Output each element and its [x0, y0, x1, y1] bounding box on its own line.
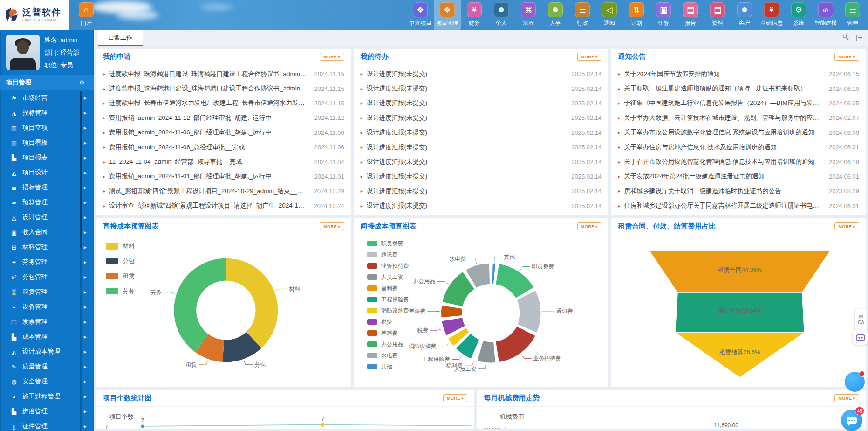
- list-item[interactable]: ▸测试_彭祖新城"四馆"景观工程设计项目_2024-10-29_admin_结束…: [103, 184, 344, 198]
- list-item[interactable]: ▸设计进度汇报(未提交)2025.02.14: [361, 199, 602, 213]
- list-item[interactable]: ▸费用报销_admin_2024-11-12_部门经理审批_胡建,_运行中202…: [103, 111, 344, 125]
- more-button[interactable]: MORE▸: [320, 222, 344, 230]
- top-nav-plans[interactable]: ⇅计划: [623, 0, 650, 30]
- list-item[interactable]: ▸关于领取一级注册建造师增项贴的通知（须持一建证书前来领取）2024.06.10: [618, 81, 859, 96]
- more-button[interactable]: MORE▸: [834, 222, 859, 230]
- more-button[interactable]: MORE▸: [320, 53, 344, 61]
- list-item[interactable]: ▸设计进度汇报(未提交)2025.02.14: [361, 184, 602, 198]
- legend-item[interactable]: 人员工资: [367, 271, 409, 283]
- more-button[interactable]: MORE▸: [834, 394, 859, 402]
- top-nav-label: 门户: [81, 19, 92, 27]
- list-item[interactable]: ▸费用报销_admin_2024-11-06_总经理审批__完成2024.11.…: [103, 140, 344, 154]
- list-item[interactable]: ▸设计进度汇报(未提交)2025.02.14: [361, 111, 602, 125]
- list-item[interactable]: ▸设计进度汇报(未提交)2025.02.14: [361, 81, 602, 96]
- list-item[interactable]: ▸11_2024-11-04_admin_经营部_领导审批__完成2024.11…: [103, 154, 344, 169]
- legend-item[interactable]: 分包: [106, 254, 135, 269]
- legend-item[interactable]: 职员餐费: [367, 238, 409, 249]
- data-point[interactable]: [141, 424, 144, 428]
- ca-side-widget[interactable]: ▤ CA: [854, 309, 868, 330]
- list-item[interactable]: ▸费用报销_admin_2024-11-06_部门经理审批_胡建,_运行中202…: [103, 125, 344, 140]
- top-nav-documents[interactable]: ▤资料: [704, 0, 731, 30]
- list-item[interactable]: ▸关于召开市政公用设施智慧化管理信息 信息技术与应用培训班的通知2024.06.…: [618, 154, 859, 169]
- list-item[interactable]: ▸设计进度汇报(未提交)2025.02.14: [361, 125, 602, 140]
- more-button[interactable]: MORE▸: [834, 53, 859, 61]
- list-item[interactable]: ▸关于举办大数据、云计算技术在城市建设、规划、管理与服务中的应用培训班...20…: [618, 111, 859, 125]
- top-nav-system[interactable]: ⚙系统: [785, 0, 812, 30]
- list-item-text: 费用报销_admin_2024-11-06_部门经理审批_胡建,_运行中: [109, 128, 308, 137]
- list-item[interactable]: ▸关于举办市政公用设施数字化管理信息 系统建设与应用培训班的通知2024.06.…: [618, 125, 859, 140]
- top-nav-reports[interactable]: ▤报告: [677, 0, 704, 30]
- donut-slice-其他[interactable]: [492, 263, 495, 285]
- legend-item[interactable]: 通讯费: [367, 249, 409, 260]
- list-item[interactable]: ▸费用报销_admin_2024-11-01_部门经理审批_胡建,_运行中202…: [103, 169, 344, 184]
- top-nav-label: 客户: [739, 19, 750, 27]
- list-item[interactable]: ▸房和城乡建设厅关于取消二级建造师临时执业证书的公告2023.08.29: [618, 184, 859, 198]
- donut-slice-材料[interactable]: [226, 258, 278, 348]
- legend-item[interactable]: 消防设施费: [367, 305, 409, 316]
- sidebar-scrollbar[interactable]: [80, 91, 82, 431]
- donut-slice-通讯费[interactable]: [516, 290, 541, 333]
- sidebar-section-header[interactable]: 项目管理 ⚙: [0, 75, 94, 90]
- legend-item[interactable]: 办公用品: [367, 339, 409, 350]
- donut-slice-业务招待费[interactable]: [495, 326, 535, 362]
- top-nav-tasks[interactable]: ▣任务: [650, 0, 677, 30]
- top-nav-workflow[interactable]: ⌘流程: [515, 0, 542, 30]
- list-item[interactable]: ▸进度款申报_珠海鹤港口建设_珠海鹤港口建设工程合作协议书_admin_...2…: [103, 81, 344, 96]
- key-icon[interactable]: [842, 34, 850, 42]
- donut-slice-差旅费[interactable]: [441, 305, 463, 318]
- more-button[interactable]: MORE▸: [443, 394, 468, 402]
- top-nav-finance[interactable]: ¥财务: [461, 0, 488, 30]
- list-item[interactable]: ▸关于举办住房与房地产信息化 技术及应用培训班的通知2024.06.01: [618, 140, 859, 154]
- list-item[interactable]: ▸关于2024年国庆节放假安排的通知2024.06.15: [618, 67, 859, 81]
- top-nav-notifications[interactable]: ◁通知: [596, 0, 623, 30]
- list-item[interactable]: ▸设计进度汇报(未提交)2025.02.14: [361, 154, 602, 169]
- donut-slice-职员餐费[interactable]: [495, 264, 534, 299]
- legend-label: 水电费: [381, 352, 398, 360]
- donut-slice-label: 水电费: [449, 256, 466, 262]
- expand-panel-icon[interactable]: [855, 34, 863, 42]
- legend-item[interactable]: 水电费: [367, 350, 409, 361]
- top-nav-portal[interactable]: ⌂门户: [73, 0, 100, 30]
- assistant-robot-button[interactable]: [853, 329, 868, 345]
- panel-lease-funnel-chart: 租赁合同、付款、结算费用占比 MORE▸ 租赁合同44.36%租赁付款29.04…: [611, 218, 866, 387]
- list-item[interactable]: ▸设计进度汇报(未提交)2025.02.14: [361, 96, 602, 111]
- list-item[interactable]: ▸设计审查_彭祖新城"四馆"景观工程设计项目_请选择_胡广生_2024-10-2…: [103, 199, 344, 213]
- top-nav-customers[interactable]: ☻客户: [731, 0, 758, 30]
- list-item[interactable]: ▸设计进度汇报(未提交)2025.02.14: [361, 140, 602, 154]
- top-nav-personal[interactable]: ☻个人: [488, 0, 515, 30]
- legend-item[interactable]: 其他: [367, 361, 409, 372]
- top-nav-management[interactable]: ☰管理: [839, 0, 866, 30]
- list-item[interactable]: ▸进度款申报_珠海鹤港口建设_珠海鹤港口建设工程合作协议书_admin_...2…: [103, 67, 344, 81]
- list-item[interactable]: ▸住房和城乡建设部办公厅关于同意吉林省开展二级建造师注册证书电子化试点...20…: [618, 199, 859, 213]
- top-nav-party-a-projects[interactable]: ❖甲方项目: [407, 0, 434, 30]
- tab-daily-work[interactable]: 日常工作: [98, 30, 143, 46]
- top-nav-hr[interactable]: ☻人事: [542, 0, 569, 30]
- legend-item[interactable]: 福利费: [367, 283, 409, 294]
- service-bubble-button[interactable]: [845, 372, 865, 392]
- list-item[interactable]: ▸设计进度汇报(未提交)2025.02.14: [361, 169, 602, 184]
- top-nav-label: 通知: [604, 19, 615, 27]
- legend-item[interactable]: 差旅费: [367, 327, 409, 339]
- list-item[interactable]: ▸于征集《中国建筑施工行业信息化发展报告（2024）—BIM应用与发展》材料..…: [618, 96, 859, 111]
- top-nav-base-info[interactable]: ¥基础信息: [758, 0, 785, 30]
- legend-item[interactable]: 业务招待费: [367, 260, 409, 271]
- list-item[interactable]: ▸设计进度汇报(未提交)2025.02.14: [361, 67, 602, 81]
- legend-item[interactable]: 工程保险费: [367, 294, 409, 305]
- legend-item[interactable]: 租赁: [106, 269, 135, 284]
- top-nav-smart-modeling[interactable]: ‹/›智能建模: [812, 0, 839, 30]
- data-point[interactable]: [320, 423, 325, 427]
- more-button[interactable]: MORE▸: [577, 222, 602, 230]
- top-nav-project-management[interactable]: ❖项目管理: [434, 0, 461, 30]
- donut-slice-劳务[interactable]: [174, 258, 226, 352]
- bullet-icon: ▸: [103, 174, 105, 179]
- more-button[interactable]: MORE▸: [577, 53, 602, 61]
- top-nav-administration[interactable]: ☰行政: [569, 0, 596, 30]
- project-count-line-chart: 项目个数777: [96, 406, 474, 429]
- legend-item[interactable]: 税费: [367, 316, 409, 327]
- list-item[interactable]: ▸进度款申报_长春市伊通河水力发电厂改建工程_长春市伊通河水力发电...2024…: [103, 96, 344, 111]
- list-item[interactable]: ▸关于发放2024年第24批一级建造师注册证书的通知2024.06.01: [618, 169, 859, 184]
- legend-item[interactable]: 劳务: [106, 284, 135, 299]
- chat-button[interactable]: 45: [841, 410, 862, 431]
- sidebar-settings-gear-icon[interactable]: ⚙: [79, 79, 85, 86]
- legend-item[interactable]: 材料: [106, 239, 135, 254]
